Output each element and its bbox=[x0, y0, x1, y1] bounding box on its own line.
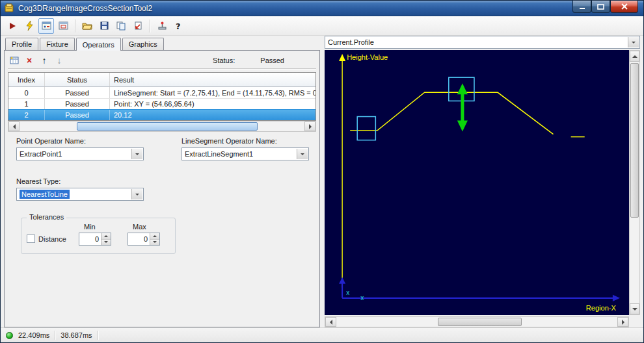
scrollbar-track[interactable] bbox=[20, 121, 304, 131]
tab-profile[interactable]: Profile bbox=[5, 38, 38, 50]
origin-marker: x bbox=[360, 294, 364, 301]
statusbar-separator bbox=[55, 331, 55, 340]
chevron-down-icon[interactable] bbox=[297, 149, 308, 159]
profile-plot[interactable]: Height-Value bbox=[325, 50, 629, 315]
scroll-left-icon[interactable] bbox=[8, 121, 20, 131]
record-selector-combo[interactable]: Current.Profile bbox=[325, 36, 640, 49]
table-row[interactable]: 0 Passed LineSegment: Start = (7.2,75.41… bbox=[8, 87, 315, 98]
linesegment-operator-combo[interactable]: ExtractLineSegment1 bbox=[181, 147, 309, 160]
combo-value-selected: NearestToLine bbox=[20, 190, 70, 199]
table-horizontal-scrollbar[interactable] bbox=[8, 121, 316, 132]
maximize-button[interactable] bbox=[591, 1, 610, 13]
auto-run-icon[interactable] bbox=[21, 18, 37, 34]
distance-checkbox[interactable] bbox=[27, 235, 35, 243]
save-icon[interactable] bbox=[96, 18, 112, 34]
plot-horizontal-scrollbar[interactable] bbox=[325, 316, 629, 327]
tab-operators[interactable]: Operators bbox=[76, 38, 121, 51]
spin-up-icon[interactable] bbox=[101, 233, 111, 240]
statusbar-separator bbox=[98, 331, 98, 340]
move-up-icon[interactable]: ↑ bbox=[38, 55, 50, 66]
graphics-pane: Current.Profile Height-Value bbox=[325, 36, 640, 327]
help-icon[interactable]: ? bbox=[171, 18, 187, 34]
spin-up-icon[interactable] bbox=[150, 233, 159, 240]
close-button[interactable] bbox=[610, 1, 638, 13]
scroll-down-icon[interactable] bbox=[630, 303, 639, 314]
operator-settings: Point Operator Name: ExtractPoint1 LineS… bbox=[7, 132, 317, 254]
operators-toolbar: × ↑ ↓ Status: Passed bbox=[7, 53, 317, 68]
nearest-type-combo[interactable]: NearestToLine bbox=[16, 188, 144, 201]
cell-status: Passed bbox=[45, 110, 110, 120]
plot-vertical-scrollbar[interactable] bbox=[629, 50, 640, 315]
spin-down-icon[interactable] bbox=[101, 240, 111, 246]
column-header-status[interactable]: Status bbox=[45, 73, 110, 86]
cell-status: Passed bbox=[45, 87, 110, 98]
combo-value: ExtractPoint1 bbox=[20, 150, 62, 158]
x-axis-arrow-icon bbox=[613, 295, 620, 301]
scrollbar-thumb[interactable] bbox=[438, 318, 522, 326]
cell-index: 0 bbox=[8, 87, 45, 98]
scroll-right-icon[interactable] bbox=[304, 121, 315, 131]
table-row[interactable]: 1 Passed Point: XY = (54.66,95.64) bbox=[8, 98, 315, 109]
column-header-result[interactable]: Result bbox=[110, 73, 315, 86]
total-time: 38.687ms bbox=[60, 331, 92, 339]
origin-marker: x bbox=[346, 289, 349, 296]
scrollbar-thumb[interactable] bbox=[630, 63, 639, 218]
minimize-button[interactable] bbox=[572, 1, 591, 13]
floating-window-icon[interactable] bbox=[55, 18, 71, 34]
delete-operator-icon[interactable]: × bbox=[23, 55, 35, 66]
tolerances-title: Tolerances bbox=[27, 213, 66, 221]
status-label: Status: bbox=[213, 57, 235, 64]
tab-graphics[interactable]: Graphics bbox=[122, 38, 164, 50]
calibration-icon[interactable] bbox=[154, 18, 170, 34]
origin-axis-arrow-icon bbox=[339, 277, 345, 284]
max-spinner[interactable]: 0 bbox=[127, 233, 160, 246]
min-spinner[interactable]: 0 bbox=[79, 233, 111, 246]
tab-label: Graphics bbox=[129, 40, 157, 48]
cell-status: Passed bbox=[45, 99, 110, 109]
scrollbar-track[interactable] bbox=[630, 62, 639, 303]
tabstrip: Profile Fixture Operators Graphics bbox=[4, 36, 320, 50]
move-down-icon[interactable]: ↓ bbox=[53, 55, 65, 66]
linesegment-operator-label: LineSegment Operator Name: bbox=[181, 137, 309, 145]
chevron-down-icon[interactable] bbox=[628, 37, 639, 47]
linesegment-region-box[interactable] bbox=[357, 117, 375, 140]
profile-line bbox=[350, 92, 553, 134]
app-icon bbox=[5, 3, 14, 13]
tab-label: Operators bbox=[83, 41, 114, 49]
tab-label: Profile bbox=[12, 40, 32, 48]
add-operator-icon[interactable] bbox=[8, 55, 20, 66]
scroll-left-icon[interactable] bbox=[325, 317, 336, 327]
tab-fixture[interactable]: Fixture bbox=[40, 38, 75, 50]
chevron-down-icon[interactable] bbox=[131, 149, 142, 159]
distance-label: Distance bbox=[38, 235, 66, 243]
distance-arrow-head-down-icon bbox=[457, 121, 468, 132]
cell-result: 20.12 bbox=[110, 110, 315, 120]
point-operator-combo[interactable]: ExtractPoint1 bbox=[16, 147, 144, 160]
y-axis-arrow-icon bbox=[339, 54, 345, 61]
tool-edit-window: Cog3DRangeImageCrossSectionTool2 bbox=[0, 0, 644, 343]
separator-line bbox=[8, 68, 316, 70]
scrollbar-thumb[interactable] bbox=[77, 122, 258, 131]
tolerances-group: Tolerances Distance Min Max 0 bbox=[21, 218, 176, 254]
nearest-type-label: Nearest Type: bbox=[16, 177, 144, 185]
point-operator-label: Point Operator Name: bbox=[16, 137, 144, 145]
scrollbar-track[interactable] bbox=[336, 317, 617, 327]
min-label: Min bbox=[84, 223, 96, 231]
copy-results-icon[interactable] bbox=[113, 18, 129, 34]
combo-value: ExtractLineSegment1 bbox=[185, 150, 253, 158]
result-display-toggle-icon[interactable] bbox=[38, 18, 54, 34]
run-icon[interactable] bbox=[5, 18, 20, 34]
column-header-index[interactable]: Index bbox=[8, 73, 45, 86]
window-title: Cog3DRangeImageCrossSectionTool2 bbox=[18, 4, 152, 13]
chevron-down-icon[interactable] bbox=[131, 189, 142, 199]
import-icon[interactable] bbox=[130, 18, 146, 34]
spin-down-icon[interactable] bbox=[150, 240, 159, 246]
tab-label: Fixture bbox=[46, 40, 68, 48]
cell-result: LineSegment: Start = (7.2,75.41), End = … bbox=[110, 87, 315, 98]
scroll-up-icon[interactable] bbox=[630, 51, 639, 62]
caption-buttons bbox=[572, 1, 638, 13]
open-icon[interactable] bbox=[79, 18, 95, 34]
titlebar[interactable]: Cog3DRangeImageCrossSectionTool2 bbox=[1, 1, 643, 16]
scroll-right-icon[interactable] bbox=[617, 317, 628, 327]
table-row-selected[interactable]: 2 Passed 20.12 bbox=[8, 109, 315, 120]
